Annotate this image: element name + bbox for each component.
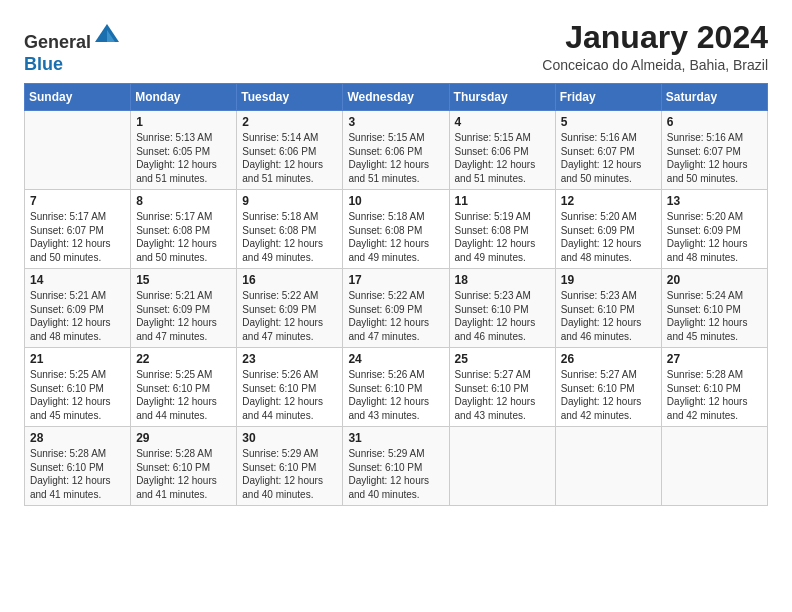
day-number: 16 (242, 273, 337, 287)
day-info: Sunrise: 5:19 AM Sunset: 6:08 PM Dayligh… (455, 210, 550, 264)
day-number: 1 (136, 115, 231, 129)
day-number: 20 (667, 273, 762, 287)
calendar-cell: 30Sunrise: 5:29 AM Sunset: 6:10 PM Dayli… (237, 427, 343, 506)
day-info: Sunrise: 5:28 AM Sunset: 6:10 PM Dayligh… (30, 447, 125, 501)
day-info: Sunrise: 5:21 AM Sunset: 6:09 PM Dayligh… (30, 289, 125, 343)
day-number: 2 (242, 115, 337, 129)
day-number: 3 (348, 115, 443, 129)
day-number: 30 (242, 431, 337, 445)
day-info: Sunrise: 5:16 AM Sunset: 6:07 PM Dayligh… (667, 131, 762, 185)
day-number: 29 (136, 431, 231, 445)
day-info: Sunrise: 5:26 AM Sunset: 6:10 PM Dayligh… (348, 368, 443, 422)
calendar-cell: 1Sunrise: 5:13 AM Sunset: 6:05 PM Daylig… (131, 111, 237, 190)
day-number: 11 (455, 194, 550, 208)
calendar-week-row: 28Sunrise: 5:28 AM Sunset: 6:10 PM Dayli… (25, 427, 768, 506)
day-info: Sunrise: 5:25 AM Sunset: 6:10 PM Dayligh… (136, 368, 231, 422)
day-header-sunday: Sunday (25, 84, 131, 111)
day-number: 14 (30, 273, 125, 287)
day-number: 10 (348, 194, 443, 208)
calendar-cell: 27Sunrise: 5:28 AM Sunset: 6:10 PM Dayli… (661, 348, 767, 427)
day-info: Sunrise: 5:26 AM Sunset: 6:10 PM Dayligh… (242, 368, 337, 422)
calendar-cell (449, 427, 555, 506)
calendar-cell: 6Sunrise: 5:16 AM Sunset: 6:07 PM Daylig… (661, 111, 767, 190)
day-number: 15 (136, 273, 231, 287)
day-number: 23 (242, 352, 337, 366)
day-header-monday: Monday (131, 84, 237, 111)
day-info: Sunrise: 5:27 AM Sunset: 6:10 PM Dayligh… (455, 368, 550, 422)
day-info: Sunrise: 5:24 AM Sunset: 6:10 PM Dayligh… (667, 289, 762, 343)
calendar-cell: 20Sunrise: 5:24 AM Sunset: 6:10 PM Dayli… (661, 269, 767, 348)
day-info: Sunrise: 5:27 AM Sunset: 6:10 PM Dayligh… (561, 368, 656, 422)
day-info: Sunrise: 5:28 AM Sunset: 6:10 PM Dayligh… (667, 368, 762, 422)
day-info: Sunrise: 5:15 AM Sunset: 6:06 PM Dayligh… (455, 131, 550, 185)
day-header-thursday: Thursday (449, 84, 555, 111)
day-header-tuesday: Tuesday (237, 84, 343, 111)
calendar-cell: 25Sunrise: 5:27 AM Sunset: 6:10 PM Dayli… (449, 348, 555, 427)
calendar-title: January 2024 (542, 20, 768, 55)
day-number: 27 (667, 352, 762, 366)
calendar-cell: 13Sunrise: 5:20 AM Sunset: 6:09 PM Dayli… (661, 190, 767, 269)
day-info: Sunrise: 5:14 AM Sunset: 6:06 PM Dayligh… (242, 131, 337, 185)
day-number: 25 (455, 352, 550, 366)
calendar-cell (25, 111, 131, 190)
day-header-friday: Friday (555, 84, 661, 111)
day-info: Sunrise: 5:25 AM Sunset: 6:10 PM Dayligh… (30, 368, 125, 422)
day-number: 31 (348, 431, 443, 445)
calendar-cell: 16Sunrise: 5:22 AM Sunset: 6:09 PM Dayli… (237, 269, 343, 348)
day-number: 13 (667, 194, 762, 208)
day-header-saturday: Saturday (661, 84, 767, 111)
calendar-cell: 7Sunrise: 5:17 AM Sunset: 6:07 PM Daylig… (25, 190, 131, 269)
day-number: 24 (348, 352, 443, 366)
day-info: Sunrise: 5:17 AM Sunset: 6:07 PM Dayligh… (30, 210, 125, 264)
day-info: Sunrise: 5:20 AM Sunset: 6:09 PM Dayligh… (667, 210, 762, 264)
calendar-cell: 9Sunrise: 5:18 AM Sunset: 6:08 PM Daylig… (237, 190, 343, 269)
day-info: Sunrise: 5:13 AM Sunset: 6:05 PM Dayligh… (136, 131, 231, 185)
calendar-cell: 15Sunrise: 5:21 AM Sunset: 6:09 PM Dayli… (131, 269, 237, 348)
calendar-cell: 12Sunrise: 5:20 AM Sunset: 6:09 PM Dayli… (555, 190, 661, 269)
title-block: January 2024 Conceicao do Almeida, Bahia… (542, 20, 768, 73)
day-info: Sunrise: 5:22 AM Sunset: 6:09 PM Dayligh… (348, 289, 443, 343)
calendar-cell (661, 427, 767, 506)
calendar-cell: 21Sunrise: 5:25 AM Sunset: 6:10 PM Dayli… (25, 348, 131, 427)
day-number: 19 (561, 273, 656, 287)
day-number: 12 (561, 194, 656, 208)
calendar-week-row: 14Sunrise: 5:21 AM Sunset: 6:09 PM Dayli… (25, 269, 768, 348)
day-number: 21 (30, 352, 125, 366)
logo: General Blue (24, 20, 121, 75)
calendar-week-row: 21Sunrise: 5:25 AM Sunset: 6:10 PM Dayli… (25, 348, 768, 427)
calendar-cell: 24Sunrise: 5:26 AM Sunset: 6:10 PM Dayli… (343, 348, 449, 427)
page-header: General Blue January 2024 Conceicao do A… (24, 20, 768, 75)
day-number: 6 (667, 115, 762, 129)
day-header-wednesday: Wednesday (343, 84, 449, 111)
calendar-cell: 23Sunrise: 5:26 AM Sunset: 6:10 PM Dayli… (237, 348, 343, 427)
day-number: 5 (561, 115, 656, 129)
calendar-cell (555, 427, 661, 506)
calendar-cell: 18Sunrise: 5:23 AM Sunset: 6:10 PM Dayli… (449, 269, 555, 348)
calendar-week-row: 7Sunrise: 5:17 AM Sunset: 6:07 PM Daylig… (25, 190, 768, 269)
calendar-cell: 29Sunrise: 5:28 AM Sunset: 6:10 PM Dayli… (131, 427, 237, 506)
day-info: Sunrise: 5:18 AM Sunset: 6:08 PM Dayligh… (242, 210, 337, 264)
day-number: 7 (30, 194, 125, 208)
calendar-cell: 11Sunrise: 5:19 AM Sunset: 6:08 PM Dayli… (449, 190, 555, 269)
day-info: Sunrise: 5:28 AM Sunset: 6:10 PM Dayligh… (136, 447, 231, 501)
day-info: Sunrise: 5:21 AM Sunset: 6:09 PM Dayligh… (136, 289, 231, 343)
day-info: Sunrise: 5:15 AM Sunset: 6:06 PM Dayligh… (348, 131, 443, 185)
calendar-cell: 19Sunrise: 5:23 AM Sunset: 6:10 PM Dayli… (555, 269, 661, 348)
calendar-cell: 4Sunrise: 5:15 AM Sunset: 6:06 PM Daylig… (449, 111, 555, 190)
day-info: Sunrise: 5:22 AM Sunset: 6:09 PM Dayligh… (242, 289, 337, 343)
calendar-cell: 10Sunrise: 5:18 AM Sunset: 6:08 PM Dayli… (343, 190, 449, 269)
calendar-cell: 17Sunrise: 5:22 AM Sunset: 6:09 PM Dayli… (343, 269, 449, 348)
calendar-cell: 31Sunrise: 5:29 AM Sunset: 6:10 PM Dayli… (343, 427, 449, 506)
day-info: Sunrise: 5:18 AM Sunset: 6:08 PM Dayligh… (348, 210, 443, 264)
calendar-cell: 26Sunrise: 5:27 AM Sunset: 6:10 PM Dayli… (555, 348, 661, 427)
logo-general: General (24, 32, 91, 52)
calendar-subtitle: Conceicao do Almeida, Bahia, Brazil (542, 57, 768, 73)
calendar-cell: 5Sunrise: 5:16 AM Sunset: 6:07 PM Daylig… (555, 111, 661, 190)
calendar-cell: 8Sunrise: 5:17 AM Sunset: 6:08 PM Daylig… (131, 190, 237, 269)
day-number: 18 (455, 273, 550, 287)
day-number: 22 (136, 352, 231, 366)
day-info: Sunrise: 5:16 AM Sunset: 6:07 PM Dayligh… (561, 131, 656, 185)
day-info: Sunrise: 5:29 AM Sunset: 6:10 PM Dayligh… (348, 447, 443, 501)
calendar-table: SundayMondayTuesdayWednesdayThursdayFrid… (24, 83, 768, 506)
calendar-week-row: 1Sunrise: 5:13 AM Sunset: 6:05 PM Daylig… (25, 111, 768, 190)
